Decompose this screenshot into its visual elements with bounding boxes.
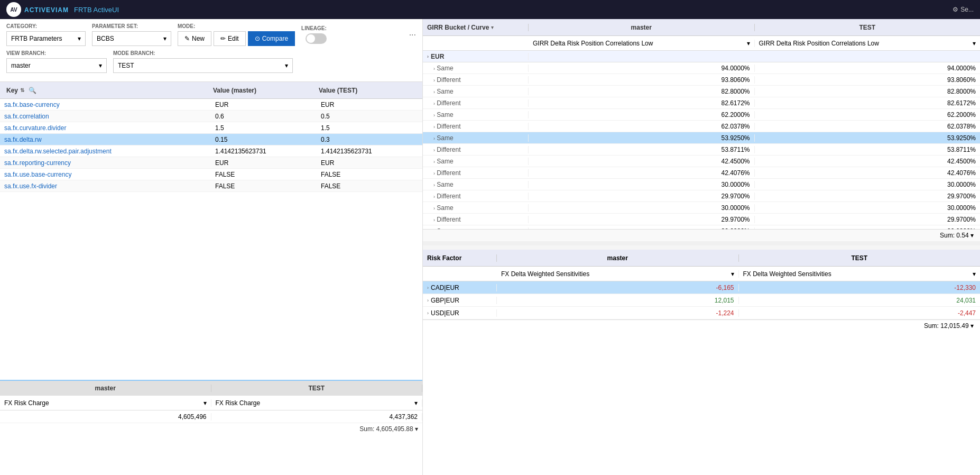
girr-data-row[interactable]: › Same 30.0000% 30.0000% [423,225,980,229]
param-key-cell: sa.fx.use.fx-divider [0,182,211,190]
chevron-right-icon: › [433,124,435,130]
girr-master-cell: 62.2000% [529,111,755,118]
rf-test-col-header: TEST [739,254,981,262]
param-test-cell: 0.5 [317,113,422,120]
left-panel: CATEGORY: FRTB Parameters ▾ PARAMETER SE… [0,19,423,475]
rf-data-row[interactable]: › GBP|EUR 12,015 24,031 [423,294,980,307]
param-key-cell: sa.fx.base-currency [0,101,211,108]
bottom-data-row: 4,605,496 4,437,362 [0,410,422,423]
param-table-row[interactable]: sa.fx.curvature.divider 1.5 1.5 [0,122,422,134]
girr-table-body: › EUR › Same 94.0000% 94.0000% › Differe… [423,51,980,229]
girr-sub-header: GIRR Delta Risk Position Correlations Lo… [423,36,980,51]
girr-test-sub[interactable]: GIRR Delta Risk Position Correlations Lo… [755,40,981,47]
girr-label-cell: › Different [423,169,529,177]
girr-test-cell: 82.8000% [755,88,981,95]
girr-data-row[interactable]: › Same 42.4500% 42.4500% [423,156,980,167]
param-table-row[interactable]: sa.fx.delta.rw 0.15 0.3 [0,134,422,145]
girr-master-sub[interactable]: GIRR Delta Risk Position Correlations Lo… [529,40,755,47]
girr-data-row[interactable]: › Different 82.6172% 82.6172% [423,97,980,109]
girr-label-cell: › Same [423,111,529,118]
chevron-right-icon: › [433,66,435,71]
girr-label-cell: › Same [423,65,529,72]
rf-sum-row[interactable]: Sum: 12,015.49 ▾ [423,319,980,332]
chevron-right-icon: › [433,182,435,188]
param-test-cell: EUR [317,159,422,167]
girr-test-cell: 62.0378% [755,123,981,130]
settings-button[interactable]: ⚙ Se... [953,6,974,13]
girr-label-cell: › Same [423,88,529,95]
param-table-body: sa.fx.base-currency EUR EUR sa.fx.correl… [0,99,422,380]
rf-data-row[interactable]: › CAD|EUR -6,165 -12,330 [423,281,980,294]
test-value-column-header: Value (TEST) [315,87,420,94]
param-table-row[interactable]: sa.fx.reporting-currency EUR EUR [0,157,422,169]
girr-dropdown-icon[interactable]: ▾ [491,25,494,30]
girr-data-row[interactable]: › Different 93.8060% 93.8060% [423,74,980,86]
girr-master-cell: 42.4076% [529,169,755,177]
rf-sub-header: FX Delta Weighted Sensitivities ▾ FX Del… [423,267,980,281]
rf-master-col-header: master [497,254,739,262]
param-set-select[interactable]: BCBS ▾ [92,31,171,46]
search-icon[interactable]: 🔍 [29,87,36,94]
girr-label-cell: › Different [423,76,529,84]
girr-data-row[interactable]: › Same 94.0000% 94.0000% [423,62,980,74]
girr-data-row[interactable]: › Same 53.9250% 53.9250% [423,132,980,144]
chevron-right-icon: › [433,78,435,83]
girr-test-cell: 93.8060% [755,76,981,84]
girr-data-row[interactable]: › Different 62.0378% 62.0378% [423,121,980,132]
param-test-cell: FALSE [317,182,422,190]
edit-button[interactable]: ✏ Edit [214,31,246,46]
bottom-test-dropdown-icon: ▾ [414,399,418,407]
girr-master-cell: 53.9250% [529,134,755,142]
girr-data-row[interactable]: › Different 42.4076% 42.4076% [423,167,980,179]
category-chevron-icon: ▾ [78,35,81,42]
more-options-button[interactable]: ··· [409,31,416,39]
girr-master-cell: 93.8060% [529,76,755,84]
chevron-right-icon: › [433,217,435,223]
rf-test-sub[interactable]: FX Delta Weighted Sensitivities ▾ [739,270,981,278]
girr-test-cell: 42.4500% [755,158,981,165]
spacer [423,241,980,245]
sort-icon[interactable]: ⇅ [20,87,24,93]
param-key-cell: sa.fx.use.base-currency [0,171,211,178]
rf-master-sub[interactable]: FX Delta Weighted Sensitivities ▾ [497,270,739,278]
rf-master-dropdown-icon: ▾ [731,270,734,278]
bottom-sum-row[interactable]: Sum: 4,605,495.88 ▾ [0,423,422,435]
param-table-row[interactable]: sa.fx.delta.rw.selected.pair.adjustment … [0,145,422,157]
category-select[interactable]: FRTB Parameters ▾ [6,31,86,46]
girr-data-row[interactable]: › Same 82.8000% 82.8000% [423,86,980,97]
rf-master-cell: 12,015 [497,297,739,304]
chevron-right-icon: › [427,54,429,59]
bottom-master-sub[interactable]: FX Risk Charge ▾ [0,399,211,407]
girr-data-row[interactable]: › Different 29.9700% 29.9700% [423,214,980,225]
compare-icon: ⊙ [255,35,260,42]
lineage-toggle[interactable] [306,33,327,44]
girr-label-cell: › Same [423,204,529,212]
girr-bucket-col-header: GIRR Bucket / Curve ▾ [423,24,529,31]
girr-data-row[interactable]: › Different 53.8711% 53.8711% [423,144,980,156]
bottom-test-sub[interactable]: FX Risk Charge ▾ [211,399,423,407]
chevron-right-icon: › [433,194,435,199]
bottom-table-header: master TEST [0,381,422,396]
params-row-1: CATEGORY: FRTB Parameters ▾ PARAMETER SE… [6,23,416,46]
param-table-row[interactable]: sa.fx.correlation 0.6 0.5 [0,111,422,122]
chevron-right-icon: › [433,113,435,118]
rf-test-cell: 24,031 [739,297,981,304]
param-table-row[interactable]: sa.fx.use.fx-divider FALSE FALSE [0,180,422,192]
param-table-row[interactable]: sa.fx.base-currency EUR EUR [0,99,422,111]
param-master-cell: EUR [211,159,317,167]
rf-data-row[interactable]: › USD|EUR -1,224 -2,447 [423,307,980,319]
right-panel: GIRR Bucket / Curve ▾ master TEST GIRR D… [423,19,980,475]
new-button[interactable]: ✎ New [178,31,211,46]
girr-test-cell: 53.8711% [755,146,981,153]
compare-button[interactable]: ⊙ Compare [248,31,295,46]
girr-test-cell: 42.4076% [755,169,981,177]
girr-data-row[interactable]: › Same 30.0000% 30.0000% [423,179,980,190]
girr-data-row[interactable]: › Different 29.9700% 29.9700% [423,190,980,202]
girr-data-row[interactable]: › Same 62.2000% 62.2000% [423,109,980,121]
girr-data-row[interactable]: › Same 30.0000% 30.0000% [423,202,980,214]
view-branch-select[interactable]: master ▾ [6,58,107,73]
param-table-row[interactable]: sa.fx.use.base-currency FALSE FALSE [0,169,422,180]
mode-branch-select[interactable]: TEST ▾ [113,58,293,73]
logo-area: AV ACTIVEVIAM FRTB ActiveUI [6,2,119,17]
girr-sum-row[interactable]: Sum: 0.54 ▾ [423,229,980,241]
